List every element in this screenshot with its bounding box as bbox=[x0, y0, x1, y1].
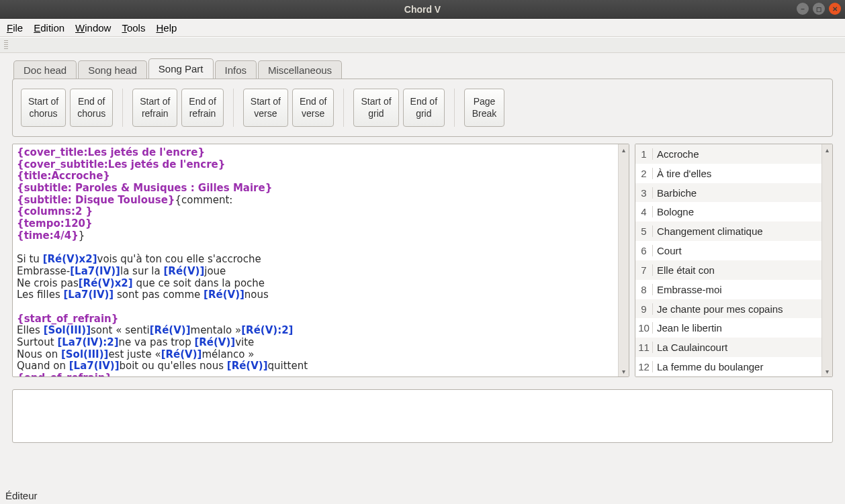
menubar: File Edition Window Tools Help bbox=[0, 19, 845, 37]
list-item[interactable]: 8Embrasse-moi bbox=[635, 280, 821, 299]
scroll-up-icon[interactable]: ▴ bbox=[822, 144, 832, 155]
end-of-verse-button[interactable]: End of verse bbox=[292, 89, 334, 127]
scroll-up-icon[interactable]: ▴ bbox=[619, 144, 629, 155]
window-titlebar: Chord V – ◻ ✕ bbox=[0, 0, 845, 19]
tabbar: Doc head Song head Song Part Infos Misce… bbox=[13, 60, 833, 79]
bottom-panel[interactable] bbox=[12, 389, 833, 443]
list-item[interactable]: 3Barbiche bbox=[635, 183, 821, 203]
close-button[interactable]: ✕ bbox=[829, 3, 841, 15]
list-item[interactable]: 10 Jean le libertin bbox=[635, 318, 821, 338]
list-item[interactable]: 11La Caulaincourt bbox=[635, 338, 821, 357]
scroll-down-icon[interactable]: ▾ bbox=[619, 366, 629, 376]
start-of-grid-button[interactable]: Start of grid bbox=[353, 89, 398, 127]
chordpro-editor[interactable]: {cover_title:Les jetés de l'encre} {cove… bbox=[13, 144, 618, 376]
end-of-grid-button[interactable]: End of grid bbox=[403, 89, 445, 127]
song-list[interactable]: 1Accroche 2À tire d'elles 3Barbiche 4Bol… bbox=[635, 144, 821, 376]
list-item[interactable]: 12La femme du boulanger bbox=[635, 357, 821, 376]
menu-edition[interactable]: Edition bbox=[34, 22, 64, 34]
list-item[interactable]: 2À tire d'elles bbox=[635, 164, 821, 183]
menu-tools[interactable]: Tools bbox=[122, 22, 145, 34]
editor-pane: {cover_title:Les jetés de l'encre} {cove… bbox=[12, 144, 629, 377]
window-controls: – ◻ ✕ bbox=[797, 3, 841, 15]
list-item[interactable]: 5Changement climatique bbox=[635, 221, 821, 241]
tab-song-head[interactable]: Song head bbox=[78, 60, 147, 79]
minimize-button[interactable]: – bbox=[797, 3, 809, 15]
end-of-refrain-button[interactable]: End of refrain bbox=[181, 89, 223, 127]
toolbar-strip bbox=[0, 37, 845, 53]
menu-file[interactable]: File bbox=[7, 22, 23, 34]
status-bar: Éditeur bbox=[0, 487, 845, 504]
start-of-verse-button[interactable]: Start of verse bbox=[243, 89, 288, 127]
songlist-scrollbar[interactable]: ▴ ▾ bbox=[821, 144, 832, 376]
tab-miscellaneous[interactable]: Miscellaneous bbox=[258, 60, 342, 79]
end-of-chorus-button[interactable]: End of chorus bbox=[70, 89, 113, 127]
start-of-chorus-button[interactable]: Start of chorus bbox=[21, 89, 66, 127]
tab-song-part[interactable]: Song Part bbox=[148, 58, 214, 79]
page-break-button[interactable]: Page Break bbox=[464, 89, 504, 127]
list-item[interactable]: 9Je chante pour mes copains bbox=[635, 299, 821, 319]
song-list-pane: 1Accroche 2À tire d'elles 3Barbiche 4Bol… bbox=[635, 144, 833, 377]
status-text: Éditeur bbox=[5, 490, 38, 501]
toolbar-handle-icon bbox=[4, 40, 8, 50]
start-of-refrain-button[interactable]: Start of refrain bbox=[132, 89, 177, 127]
tab-panel-song-part: Start of chorus End of chorus Start of r… bbox=[12, 79, 833, 137]
list-item[interactable]: 4Bologne bbox=[635, 202, 821, 221]
editor-scrollbar[interactable]: ▴ ▾ bbox=[618, 144, 629, 376]
scroll-down-icon[interactable]: ▾ bbox=[822, 366, 832, 376]
list-item[interactable]: 6Court bbox=[635, 241, 821, 260]
maximize-button[interactable]: ◻ bbox=[813, 3, 825, 15]
list-item[interactable]: 7Elle était con bbox=[635, 260, 821, 280]
menu-help[interactable]: Help bbox=[156, 22, 177, 34]
window-title: Chord V bbox=[404, 4, 441, 15]
list-item[interactable]: 1Accroche bbox=[635, 144, 821, 164]
tab-doc-head[interactable]: Doc head bbox=[13, 60, 77, 79]
menu-window[interactable]: Window bbox=[75, 22, 111, 34]
tab-infos[interactable]: Infos bbox=[215, 60, 257, 79]
